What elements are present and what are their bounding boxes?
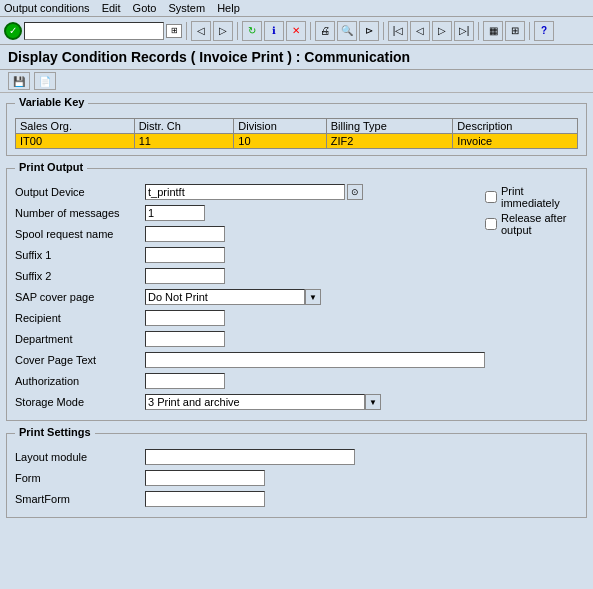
col-billing-type: Billing Type — [326, 119, 453, 134]
col-division: Division — [234, 119, 326, 134]
authorization-row: Authorization — [15, 372, 485, 390]
print-immediately-checkbox[interactable] — [485, 191, 497, 203]
page-title: Display Condition Records ( Invoice Prin… — [0, 45, 593, 70]
print-output-left: Output Device ⊙ Number of messages Spool… — [15, 183, 485, 414]
recipient-label: Recipient — [15, 312, 145, 324]
refresh-icon[interactable]: ↻ — [242, 21, 262, 41]
separator — [237, 22, 238, 40]
cell-sales-org: IT00 — [16, 134, 135, 149]
storage-mode-select-container: ▼ — [145, 394, 381, 410]
menu-item-system[interactable]: System — [168, 2, 205, 14]
layout-module-label: Layout module — [15, 451, 145, 463]
cell-billing-type: ZIF2 — [326, 134, 453, 149]
spool-request-label: Spool request name — [15, 228, 145, 240]
separator — [529, 22, 530, 40]
separator — [383, 22, 384, 40]
nav-back-icon[interactable]: ◁ — [191, 21, 211, 41]
num-messages-label: Number of messages — [15, 207, 145, 219]
cover-page-dropdown-icon[interactable]: ▼ — [305, 289, 321, 305]
storage-mode-dropdown-icon[interactable]: ▼ — [365, 394, 381, 410]
suffix1-label: Suffix 1 — [15, 249, 145, 261]
output-device-input[interactable] — [145, 184, 345, 200]
print-icon[interactable]: 🖨 — [315, 21, 335, 41]
separator — [478, 22, 479, 40]
authorization-input[interactable] — [145, 373, 225, 389]
table-row[interactable]: IT00 11 10 ZIF2 Invoice — [16, 134, 578, 149]
cover-page-row: SAP cover page ▼ — [15, 288, 485, 306]
confirm-icon[interactable]: ✓ — [4, 22, 22, 40]
cover-page-text-row: Cover Page Text — [15, 351, 485, 369]
variable-key-section: Variable Key Sales Org. Distr. Ch Divisi… — [6, 103, 587, 156]
toolbar: ✓ ⊞ ◁ ▷ ↻ ℹ ✕ 🖨 🔍 ⊳ |◁ ◁ ▷ ▷| ▦ ⊞ ? — [0, 17, 593, 45]
print-output-right: Print immediately Release after output — [485, 183, 578, 414]
sub-new-icon[interactable]: 📄 — [34, 72, 56, 90]
print-settings-title: Print Settings — [15, 426, 95, 438]
layout-module-input[interactable] — [145, 449, 355, 465]
layout-icon[interactable]: ▦ — [483, 21, 503, 41]
spool-request-input[interactable] — [145, 226, 225, 242]
suffix1-input[interactable] — [145, 247, 225, 263]
smartform-label: SmartForm — [15, 493, 145, 505]
main-content: Variable Key Sales Org. Distr. Ch Divisi… — [0, 93, 593, 588]
first-page-icon[interactable]: |◁ — [388, 21, 408, 41]
smartform-row: SmartForm — [15, 490, 578, 508]
output-device-label: Output Device — [15, 186, 145, 198]
print-immediately-row: Print immediately — [485, 185, 578, 209]
cover-page-text-input[interactable] — [145, 352, 485, 368]
storage-mode-label: Storage Mode — [15, 396, 145, 408]
num-messages-input[interactable] — [145, 205, 205, 221]
stop-icon[interactable]: ✕ — [286, 21, 306, 41]
col-sales-org: Sales Org. — [16, 119, 135, 134]
output-device-row: Output Device ⊙ — [15, 183, 485, 201]
recipient-input[interactable] — [145, 310, 225, 326]
settings-icon[interactable]: ⊞ — [505, 21, 525, 41]
nav-forward-icon[interactable]: ▷ — [213, 21, 233, 41]
input-icon[interactable]: ⊞ — [166, 24, 182, 38]
storage-mode-input[interactable] — [145, 394, 365, 410]
next-page-icon[interactable]: ▷ — [432, 21, 452, 41]
find-icon[interactable]: 🔍 — [337, 21, 357, 41]
variable-key-title: Variable Key — [15, 96, 88, 108]
find-next-icon[interactable]: ⊳ — [359, 21, 379, 41]
sub-save-icon[interactable]: 💾 — [8, 72, 30, 90]
suffix1-row: Suffix 1 — [15, 246, 485, 264]
cover-page-select-container: ▼ — [145, 289, 321, 305]
prev-page-icon[interactable]: ◁ — [410, 21, 430, 41]
form-row: Form — [15, 469, 578, 487]
menu-bar: Output conditions Edit Goto System Help — [0, 0, 593, 17]
col-distr-ch: Distr. Ch — [134, 119, 234, 134]
cell-description: Invoice — [453, 134, 578, 149]
suffix2-row: Suffix 2 — [15, 267, 485, 285]
cover-page-label: SAP cover page — [15, 291, 145, 303]
suffix2-label: Suffix 2 — [15, 270, 145, 282]
menu-item-output-conditions[interactable]: Output conditions — [4, 2, 90, 14]
menu-item-help[interactable]: Help — [217, 2, 240, 14]
department-label: Department — [15, 333, 145, 345]
layout-module-row: Layout module — [15, 448, 578, 466]
menu-item-goto[interactable]: Goto — [133, 2, 157, 14]
num-messages-row: Number of messages — [15, 204, 485, 222]
cell-division: 10 — [234, 134, 326, 149]
last-page-icon[interactable]: ▷| — [454, 21, 474, 41]
print-output-title: Print Output — [15, 161, 87, 173]
separator — [310, 22, 311, 40]
help-icon[interactable]: ? — [534, 21, 554, 41]
department-input[interactable] — [145, 331, 225, 347]
form-input[interactable] — [145, 470, 265, 486]
command-input[interactable] — [24, 22, 164, 40]
recipient-row: Recipient — [15, 309, 485, 327]
col-description: Description — [453, 119, 578, 134]
cover-page-text-label: Cover Page Text — [15, 354, 145, 366]
separator — [186, 22, 187, 40]
storage-mode-row: Storage Mode ▼ — [15, 393, 485, 411]
suffix2-input[interactable] — [145, 268, 225, 284]
print-immediately-label: Print immediately — [501, 185, 578, 209]
output-device-picker-icon[interactable]: ⊙ — [347, 184, 363, 200]
release-after-output-row: Release after output — [485, 212, 578, 236]
cover-page-input[interactable] — [145, 289, 305, 305]
menu-item-edit[interactable]: Edit — [102, 2, 121, 14]
print-settings-section: Print Settings Layout module Form SmartF… — [6, 433, 587, 518]
smartform-input[interactable] — [145, 491, 265, 507]
release-after-output-checkbox[interactable] — [485, 218, 497, 230]
info-icon[interactable]: ℹ — [264, 21, 284, 41]
